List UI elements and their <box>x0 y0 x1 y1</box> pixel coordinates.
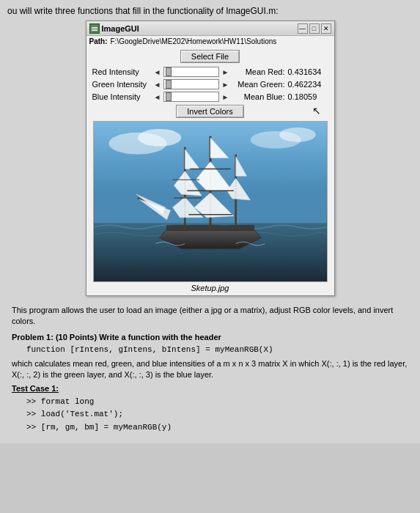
ship-illustration <box>94 122 327 281</box>
description-text: This program allows the user to load an … <box>12 305 408 328</box>
test-code-line-3: >> [rm, gm, bm] = myMeanRGB(y) <box>26 422 408 433</box>
svg-point-8 <box>279 128 316 142</box>
ship-image-container: Sketup.jpg <box>86 121 334 292</box>
invert-colors-button[interactable]: Invert Colors <box>176 105 243 118</box>
blue-slider-thumb[interactable] <box>166 92 172 101</box>
green-intensity-label: Green Intensity <box>92 80 151 89</box>
bottom-text: This program allows the user to load an … <box>7 302 413 438</box>
blue-slider-right-arrow[interactable]: ► <box>222 93 229 101</box>
blue-slider-left-arrow[interactable]: ◄ <box>154 93 161 101</box>
page-wrapper: ou will write three functions that fill … <box>0 0 420 443</box>
red-intensity-row: Red Intensity ◄ ► Mean Red: 0.431634 <box>92 67 328 77</box>
blue-slider-track[interactable] <box>163 92 218 102</box>
svg-rect-1 <box>92 27 97 28</box>
test-code-line-1: >> format long <box>26 396 408 407</box>
gui-body: Select File Red Intensity ◄ ► Mean Red: … <box>86 47 334 121</box>
window-title: ImageGUI <box>102 24 139 33</box>
cursor-arrow-icon: ↖ <box>312 105 321 117</box>
red-slider-thumb[interactable] <box>166 67 172 76</box>
red-slider-left-arrow[interactable]: ◄ <box>154 68 161 76</box>
blue-intensity-label: Blue Intensity <box>92 92 151 101</box>
test-case-label: Test Case 1: <box>12 383 408 394</box>
intro-text: ou will write three functions that fill … <box>7 6 413 16</box>
invert-row: Invert Colors ↖ <box>92 105 328 118</box>
select-file-button[interactable]: Select File <box>180 50 240 63</box>
window-icon <box>89 23 100 34</box>
svg-rect-2 <box>92 29 97 29</box>
select-file-row: Select File <box>92 50 328 63</box>
minimize-button[interactable]: — <box>298 23 308 34</box>
blue-mean-value: 0.18059 <box>288 92 328 101</box>
red-mean-value: 0.431634 <box>288 67 328 76</box>
path-label: Path: <box>89 37 108 45</box>
title-bar-controls: — □ ✕ <box>298 23 331 34</box>
problem1-header: Problem 1: (10 Points) Write a function … <box>12 332 408 343</box>
blue-mean-label: Mean Blue: <box>232 92 285 101</box>
blue-intensity-row: Blue Intensity ◄ ► Mean Blue: 0.18059 <box>92 92 328 102</box>
green-slider-left-arrow[interactable]: ◄ <box>154 81 161 89</box>
problem1-body: which calculates mean red, green, and bl… <box>12 358 408 381</box>
restore-button[interactable]: □ <box>309 23 320 34</box>
green-slider-thumb[interactable] <box>166 80 172 89</box>
green-slider-right-arrow[interactable]: ► <box>222 81 229 89</box>
intro-content: ou will write three functions that fill … <box>7 6 279 16</box>
svg-point-6 <box>137 129 180 147</box>
path-value: F:\GoogleDrive\ME202\Homework\HW11\Solut… <box>111 37 277 45</box>
red-mean-label: Mean Red: <box>232 67 285 76</box>
close-button[interactable]: ✕ <box>321 23 331 34</box>
gui-window: ImageGUI — □ ✕ Path: F:\GoogleDrive\ME20… <box>86 21 335 296</box>
image-caption: Sketup.jpg <box>191 284 229 292</box>
red-intensity-label: Red Intensity <box>92 67 151 76</box>
green-intensity-row: Green Intensity ◄ ► Mean Green: 0.462234 <box>92 79 328 89</box>
title-bar-left: ImageGUI <box>89 23 139 34</box>
svg-rect-3 <box>92 30 97 31</box>
red-slider-right-arrow[interactable]: ► <box>222 68 229 76</box>
function-signature: function [rIntens, gIntens, bIntens] = m… <box>26 344 408 355</box>
green-mean-label: Mean Green: <box>232 80 285 89</box>
ship-image <box>93 121 328 282</box>
title-bar: ImageGUI — □ ✕ <box>86 21 334 36</box>
path-bar: Path: F:\GoogleDrive\ME202\Homework\HW11… <box>86 36 334 47</box>
test-code-line-2: >> load('Test.mat'); <box>26 409 408 420</box>
red-slider-track[interactable] <box>163 67 218 77</box>
green-slider-track[interactable] <box>163 79 218 89</box>
green-mean-value: 0.462234 <box>288 80 328 89</box>
